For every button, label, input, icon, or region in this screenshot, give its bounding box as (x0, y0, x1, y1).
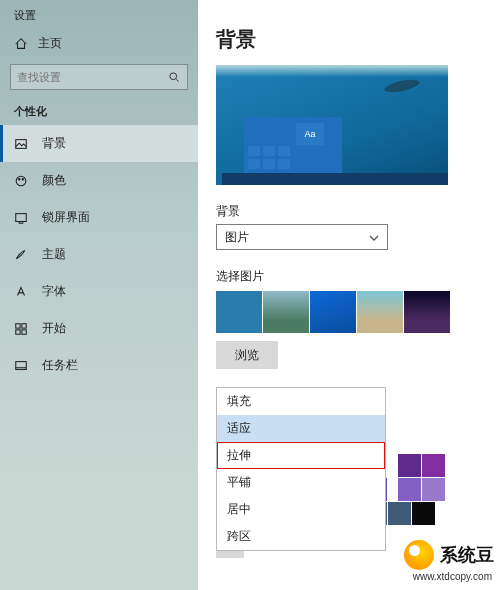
select-image-label: 选择图片 (216, 268, 486, 285)
sidebar-item-label: 颜色 (42, 172, 66, 189)
watermark-text: 系统豆 (440, 543, 494, 567)
color-swatch[interactable] (412, 502, 435, 525)
thumb-4[interactable] (357, 291, 403, 333)
fit-option-fit[interactable]: 适应 (217, 415, 385, 442)
sidebar-item-label: 开始 (42, 320, 66, 337)
fit-option-span[interactable]: 跨区 (217, 523, 385, 550)
svg-rect-6 (16, 323, 20, 327)
thumb-3[interactable] (310, 291, 356, 333)
svg-rect-8 (16, 329, 20, 333)
color-swatch[interactable] (398, 454, 421, 477)
search-icon (167, 70, 181, 84)
svg-rect-10 (16, 361, 27, 369)
sidebar-item-fonts[interactable]: 字体 (0, 273, 198, 310)
image-thumbnails (216, 291, 486, 333)
sidebar-item-colors[interactable]: 颜色 (0, 162, 198, 199)
fit-option-fill[interactable]: 填充 (217, 388, 385, 415)
sidebar-item-label: 背景 (42, 135, 66, 152)
chevron-down-icon (369, 232, 379, 242)
start-icon (14, 322, 28, 336)
sidebar-item-label: 主题 (42, 246, 66, 263)
lock-icon (14, 211, 28, 225)
bg-type-select[interactable]: 图片 (216, 224, 388, 250)
fit-option-stretch[interactable]: 拉伸 (217, 442, 385, 469)
sidebar-item-start[interactable]: 开始 (0, 310, 198, 347)
bg-label: 背景 (216, 203, 486, 220)
sidebar-item-label: 任务栏 (42, 357, 78, 374)
svg-rect-5 (16, 213, 27, 221)
sidebar-item-label: 字体 (42, 283, 66, 300)
settings-search[interactable] (10, 64, 188, 90)
fit-option-center[interactable]: 居中 (217, 496, 385, 523)
brush-icon (14, 248, 28, 262)
palette-icon (14, 174, 28, 188)
page-title: 背景 (216, 26, 486, 53)
sidebar-item-themes[interactable]: 主题 (0, 236, 198, 273)
sidebar-item-label: 锁屏界面 (42, 209, 90, 226)
search-input[interactable] (17, 71, 167, 83)
watermark-url: www.xtdcopy.com (413, 571, 492, 582)
thumb-5[interactable] (404, 291, 450, 333)
svg-rect-1 (16, 139, 27, 148)
sidebar-category: 个性化 (0, 90, 198, 125)
fit-mode-dropdown: 填充 适应 拉伸 平铺 居中 跨区 (216, 387, 386, 551)
browse-button[interactable]: 浏览 (216, 341, 278, 369)
thumb-1[interactable] (216, 291, 262, 333)
fit-option-tile[interactable]: 平铺 (217, 469, 385, 496)
watermark: 系统豆 (404, 540, 494, 570)
bg-type-value: 图片 (225, 229, 249, 246)
svg-point-4 (22, 178, 23, 179)
svg-point-3 (19, 178, 20, 179)
sidebar-item-taskbar[interactable]: 任务栏 (0, 347, 198, 384)
taskbar-icon (14, 359, 28, 373)
color-swatch[interactable] (388, 502, 411, 525)
content-pane: 背景 Aa 背景 图片 选择图片 浏览 填充 适应 拉伸 平铺 (198, 0, 500, 590)
settings-title: 设置 (0, 0, 198, 23)
desktop-preview: Aa (216, 65, 448, 185)
sidebar-item-background[interactable]: 背景 (0, 125, 198, 162)
preview-text-tile: Aa (296, 123, 324, 145)
sidebar-item-lockscreen[interactable]: 锁屏界面 (0, 199, 198, 236)
svg-rect-9 (22, 329, 26, 333)
font-icon (14, 285, 28, 299)
home-icon (14, 37, 28, 51)
svg-point-2 (16, 176, 26, 186)
thumb-2[interactable] (263, 291, 309, 333)
svg-rect-7 (22, 323, 26, 327)
image-icon (14, 137, 28, 151)
settings-sidebar: 设置 主页 个性化 背景 颜色 锁屏界面 主题 (0, 0, 198, 590)
svg-point-0 (170, 73, 177, 80)
color-swatch[interactable] (422, 454, 445, 477)
home-label: 主页 (38, 35, 62, 52)
home-link[interactable]: 主页 (0, 23, 198, 62)
watermark-logo-icon (404, 540, 434, 570)
